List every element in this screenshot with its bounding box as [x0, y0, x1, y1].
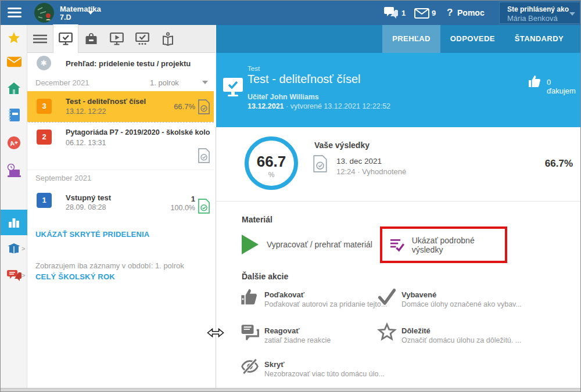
- show-hidden-assignments-link[interactable]: UKÁZAŤ SKRYTÉ PRIDELENIA: [35, 230, 149, 239]
- monitor-check-icon: [223, 77, 243, 97]
- tab-standardy[interactable]: ŠTANDARDY: [505, 25, 573, 53]
- envelope-icon: [7, 56, 21, 67]
- check-icon: [378, 289, 396, 305]
- assignment-row[interactable]: 1 Vstupný test 28.09. 08:28 1 100.0%: [27, 188, 214, 220]
- monitor-play-icon: [110, 32, 124, 46]
- action-thank[interactable]: Poďakovať Poďakovať autorovi za pridanie…: [241, 286, 374, 312]
- score-value: 66.7: [249, 153, 294, 171]
- thumbs-up-icon[interactable]: [528, 74, 542, 88]
- sidebar-item-grades[interactable]: A+: [1, 130, 27, 156]
- teacher-name: Učiteľ John Williams: [248, 93, 319, 101]
- created-info: · vytvorené 13.12.2021 12:22:52: [286, 102, 390, 110]
- panel-tab-materials[interactable]: [104, 25, 130, 53]
- sidebar-item-library[interactable]: >: [1, 236, 27, 262]
- left-icon-rail: A+ > >: [1, 25, 27, 392]
- assignment-row-selected[interactable]: 3 Test - deliteľnosť čísel 13.12. 12:22 …: [27, 91, 214, 122]
- sidebar-item-home[interactable]: [1, 75, 27, 101]
- resize-cursor-icon: [207, 327, 224, 339]
- assignment-number-badge: 2: [37, 130, 52, 145]
- star-icon: [7, 31, 21, 45]
- other-actions-heading: Ďalšie akcie: [242, 272, 288, 281]
- run-material-button[interactable]: Vypracovať / prehrať materiál: [242, 232, 375, 257]
- eye-slash-icon: [241, 358, 259, 375]
- help-question-icon[interactable]: ?: [447, 7, 453, 19]
- score-circle: 66.7 %: [245, 136, 298, 190]
- sidebar-item-notebook[interactable]: [1, 102, 27, 128]
- chevron-right-icon: >: [21, 245, 25, 252]
- class-name[interactable]: 7.D: [60, 13, 71, 21]
- thumbs-up-icon: [241, 287, 259, 306]
- sidebar-item-forum[interactable]: >: [1, 263, 27, 289]
- assignment-title: Pytagoriáda P7 - 2019/2020 - školské kol…: [66, 128, 210, 136]
- show-detailed-results-button[interactable]: Ukázať podrobné výsledky: [390, 233, 503, 257]
- star-outline-icon: [377, 322, 397, 342]
- avatar-chalkboard: [34, 3, 54, 23]
- monitor-check-icon: [59, 32, 73, 46]
- assignment-date: 28.09. 08:28: [66, 203, 106, 211]
- panel-splitter[interactable]: [216, 127, 216, 388]
- test-hero-header: Test Test - deliteľnosť čísel Učiteľ Joh…: [216, 53, 581, 127]
- action-title: Skryť: [264, 360, 284, 369]
- logged-in-name: Mária Benková: [507, 14, 558, 23]
- section-divider: [216, 201, 581, 202]
- detail-tab-bar: PREHĽAD ODPOVEDE ŠTANDARDY: [216, 25, 581, 53]
- chevron-down-icon[interactable]: [202, 81, 208, 84]
- hamburger-menu-icon[interactable]: [8, 8, 21, 18]
- action-important[interactable]: Dôležité Označiť domácu úlohu za dôležit…: [377, 321, 528, 347]
- chat-icon[interactable]: [384, 7, 398, 19]
- action-done[interactable]: Vybavené Domáce úlohy označené ako vybav…: [378, 286, 529, 312]
- help-button[interactable]: Pomoc: [457, 8, 485, 17]
- subject-name[interactable]: Matematika: [60, 5, 101, 13]
- result-status: 12:24 · Vyhodnotené: [336, 167, 406, 176]
- forum-chat-icon: [7, 269, 21, 282]
- mail-icon[interactable]: [414, 8, 429, 19]
- sidebar-item-assignments[interactable]: [1, 158, 27, 184]
- sidebar-item-favorites[interactable]: [1, 26, 27, 51]
- top-bar: Matematika 7.D 1 9 ? Pomoc Ste prihlásen…: [1, 1, 581, 25]
- results-heading: Vaše výsledky: [314, 141, 370, 150]
- graded-doc-icon-green: [198, 199, 210, 214]
- monitor-check-dots-icon: [135, 32, 149, 46]
- action-hide[interactable]: Skryť Nezobrazovať viac túto domácu úlo.…: [241, 356, 374, 382]
- panel-tab-bar: [27, 25, 216, 53]
- menu-icon: [33, 34, 47, 44]
- chevron-down-icon[interactable]: [88, 11, 94, 15]
- tab-prehlad[interactable]: PREHĽAD: [382, 25, 440, 53]
- action-desc: Označiť domácu úlohu za dôležitú. ...: [401, 336, 521, 344]
- avatar[interactable]: [34, 3, 54, 23]
- result-percent: 66.7%: [526, 158, 573, 170]
- assignment-number-badge: 3: [37, 99, 52, 114]
- panel-tab-menu[interactable]: [27, 25, 53, 53]
- action-react[interactable]: Reagovať zatiaľ žiadne reakcie: [241, 322, 374, 348]
- chat-count-badge[interactable]: 1: [401, 9, 406, 17]
- material-heading: Materiál: [242, 215, 272, 224]
- detailed-results-icon: [390, 238, 404, 253]
- assignment-row[interactable]: 2 Pytagoriáda P7 - 2019/2020 - školské k…: [27, 123, 214, 170]
- app-window: Matematika 7.D 1 9 ? Pomoc Ste prihlásen…: [0, 0, 581, 392]
- panel-tab-study[interactable]: [155, 25, 181, 53]
- period-select-value[interactable]: 1. polrok: [150, 78, 179, 87]
- tab-odpovede[interactable]: ODPOVEDE: [440, 25, 505, 53]
- logged-in-user-box[interactable]: Ste prihlásený ako Mária Benková: [499, 2, 580, 24]
- graded-doc-icon: [198, 148, 210, 163]
- panel-tab-tests[interactable]: [53, 24, 78, 53]
- action-title: Dôležité: [401, 326, 431, 335]
- panel-tab-schoolbag[interactable]: [78, 25, 104, 53]
- laptop-clock-icon: [6, 164, 21, 178]
- graded-doc-icon: [313, 155, 327, 172]
- window-bottom-edge: [1, 388, 581, 392]
- sidebar-item-results[interactable]: [1, 210, 27, 235]
- assignment-percent: 100.0%: [167, 204, 195, 212]
- month-label-december: December 2021: [35, 78, 89, 87]
- thanks-count[interactable]: 0 ďakujem: [547, 78, 581, 95]
- full-school-year-link[interactable]: CELÝ ŠKOLSKÝ ROK: [35, 272, 115, 281]
- sidebar-item-messages[interactable]: [1, 49, 27, 74]
- home-icon: [7, 82, 21, 95]
- assignment-date: 06.12. 13:31: [66, 139, 106, 147]
- mail-count-badge[interactable]: 9: [432, 9, 436, 17]
- overview-asterisk-icon: ✱: [37, 56, 51, 70]
- action-desc: Domáce úlohy označené ako vybav...: [401, 300, 522, 308]
- panel-tab-results-list[interactable]: [130, 25, 155, 53]
- filter-note: Zobrazujem iba záznamy v období: 1. polr…: [35, 261, 184, 270]
- assignment-date: 13.12. 12:22: [66, 107, 106, 116]
